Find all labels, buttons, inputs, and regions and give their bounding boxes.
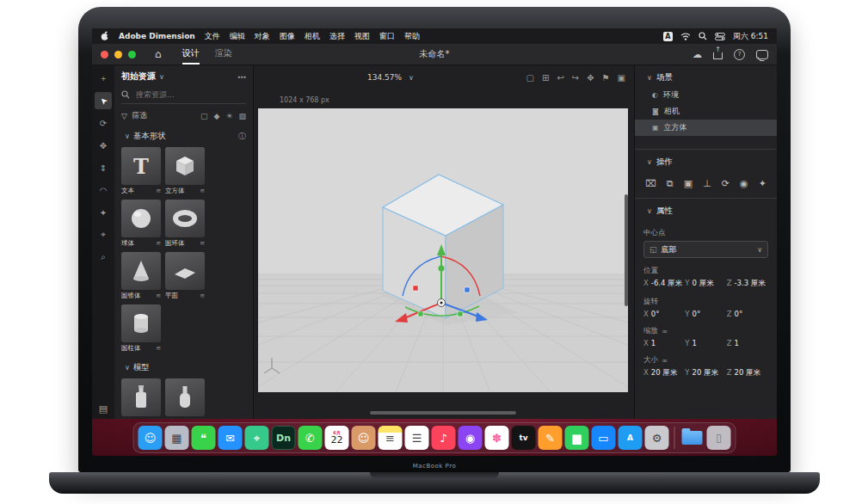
library-toggle-icon[interactable]: ▤ (99, 403, 108, 415)
visibility-icon[interactable]: ◉ (740, 178, 748, 189)
section-basic-shapes[interactable]: ∨ 基本形状 ⓘ (121, 131, 246, 142)
dock-icon-dimension[interactable]: Dn (272, 426, 296, 450)
duplicate-icon[interactable]: ⧉ (667, 178, 674, 189)
scene-item-cube[interactable]: ▣ 立方体 (635, 120, 777, 136)
dock-icon-contacts[interactable]: ☺ (352, 426, 376, 450)
comments-icon[interactable] (756, 50, 768, 59)
select-tool[interactable]: ➤ (95, 92, 112, 109)
home-icon[interactable]: ⌂ (155, 49, 162, 59)
more-options-icon[interactable]: ⋯ (237, 72, 246, 82)
viewport[interactable] (258, 108, 628, 392)
fullscreen-button[interactable] (128, 51, 136, 58)
actions-section-header[interactable]: ∨ 操作 (635, 150, 777, 171)
rotation-y-field[interactable]: 0° (693, 310, 701, 318)
dock-icon-finder[interactable]: ☺ (139, 426, 163, 450)
position-z-field[interactable]: -3.3 厘米 (734, 279, 765, 289)
scene-item-camera[interactable]: ◙ 相机 (635, 103, 777, 120)
dock-icon-notes[interactable]: ≡ (379, 426, 403, 450)
dock-icon-music[interactable]: ♪ (432, 426, 456, 450)
rotate-icon[interactable]: ⟳ (722, 178, 729, 189)
asset-card-square-bottle[interactable]: 方瓶≋ (121, 378, 161, 420)
materials-filter-icon[interactable]: ◆ (213, 112, 219, 120)
apple-logo-icon[interactable] (101, 31, 109, 41)
asset-card-round-bottle[interactable]: 圆瓶≋ (165, 378, 205, 420)
menu-item-image[interactable]: 图像 (280, 31, 295, 42)
dock-icon-keynote[interactable]: ▭ (592, 426, 616, 450)
dock-icon-pages[interactable]: ✎ (539, 426, 563, 450)
scene-item-environment[interactable]: ◐ 环境 (635, 87, 777, 103)
size-y-field[interactable]: 20 厘米 (693, 368, 719, 378)
cloud-sync-icon[interactable]: ☁ (693, 49, 702, 60)
tab-render[interactable]: 渲染 (215, 44, 232, 65)
filter-label[interactable]: 筛选 (132, 110, 147, 121)
link-icon[interactable]: ∞ (662, 327, 668, 335)
menu-item-file[interactable]: 文件 (205, 31, 220, 42)
pan-tool[interactable]: ✥ (95, 137, 112, 154)
dock-icon-facetime[interactable]: ✆ (299, 426, 323, 450)
filter-icon[interactable]: ▽ (121, 112, 127, 120)
vertical-scrollbar[interactable] (625, 194, 628, 306)
zoom-tool[interactable]: ⌕ (95, 249, 112, 266)
dock-icon-launchpad[interactable]: ▦ (165, 426, 189, 450)
render-preview-icon[interactable]: ▣ (618, 73, 625, 83)
gizmo-plane-handle[interactable] (465, 287, 470, 292)
help-icon[interactable]: ? (734, 49, 745, 60)
size-x-field[interactable]: 20 厘米 (651, 368, 678, 378)
lights-filter-icon[interactable]: ☀ (225, 112, 232, 120)
info-icon[interactable]: ⓘ (238, 131, 246, 142)
menu-item-help[interactable]: 帮助 (404, 31, 420, 42)
orbit-tool[interactable]: ⟳ (95, 114, 112, 132)
link-icon[interactable]: ∞ (662, 356, 668, 365)
magic-icon[interactable]: ✦ (759, 178, 766, 189)
rotation-z-field[interactable]: 0° (734, 310, 742, 318)
section-models[interactable]: ∨ 模型 (121, 362, 246, 373)
dock-icon-folder[interactable] (680, 426, 705, 450)
horizontal-scrollbar[interactable] (370, 411, 516, 415)
tab-design[interactable]: 设计 (182, 44, 200, 65)
dock-icon-tv[interactable]: tv (512, 426, 536, 450)
position-x-field[interactable]: -6.4 厘米 (651, 279, 682, 289)
dock-icon-trash[interactable]: ▯ (707, 426, 731, 450)
undo-icon[interactable]: ↩ (557, 73, 563, 83)
menu-item-select[interactable]: 选择 (329, 31, 345, 42)
size-z-field[interactable]: 20 厘米 (734, 368, 760, 378)
dock-icon-reminders[interactable]: ☰ (405, 426, 429, 450)
pan-view-icon[interactable]: ✥ (587, 73, 594, 83)
dolly-tool[interactable]: ⇕ (95, 159, 112, 176)
spotlight-search-icon[interactable] (699, 32, 707, 40)
dock-icon-mail[interactable]: ✉ (219, 426, 243, 450)
gizmo-plane-handle[interactable] (418, 311, 423, 317)
scale-y-field[interactable]: 1 (693, 339, 697, 347)
images-filter-icon[interactable]: ▨ (238, 112, 246, 120)
dock-icon-messages[interactable]: ❝ (192, 426, 216, 450)
gizmo-plane-handle[interactable] (458, 311, 463, 317)
magic-wand-tool[interactable]: ✦ (95, 204, 112, 221)
dock-icon-settings[interactable]: ⚙ (645, 426, 669, 450)
pivot-select[interactable]: ◱ 底部 ∨ (643, 241, 768, 258)
input-source-icon[interactable]: A (663, 32, 673, 41)
asset-card-plane[interactable]: 平面≋ (165, 252, 205, 300)
dock-icon-podcasts[interactable]: ◉ (459, 426, 483, 450)
sampler-tool[interactable]: ⌖ (95, 226, 112, 243)
image-icon[interactable]: ▣ (684, 178, 693, 189)
snap-icon[interactable]: ▢ (526, 73, 534, 83)
menu-item-window[interactable]: 窗口 (379, 31, 395, 42)
asset-card-text[interactable]: T 文本≋ (121, 147, 161, 195)
assets-panel-header[interactable]: 初始资源 ∨ ⋯ (121, 71, 246, 83)
gizmo-plane-handle[interactable] (413, 286, 418, 291)
scale-z-field[interactable]: 1 (734, 339, 738, 347)
redo-icon[interactable]: ↪ (572, 73, 579, 83)
zoom-control[interactable]: 134.57% ∨ (367, 73, 414, 82)
search-input[interactable] (134, 89, 241, 100)
asset-card-cylinder[interactable]: 圆柱体≋ (121, 304, 161, 353)
camera-bookmark-icon[interactable]: ⚑ (602, 73, 610, 83)
dock-icon-calendar[interactable]: 6月22 (325, 426, 349, 450)
dock-icon-maps[interactable]: ⌖ (245, 426, 269, 450)
rotation-x-field[interactable]: 0° (651, 310, 660, 318)
scale-x-field[interactable]: 1 (651, 339, 656, 347)
asset-card-cube[interactable]: 立方体≋ (165, 147, 205, 195)
menu-app-name[interactable]: Adobe Dimension (119, 32, 195, 40)
horizon-tool[interactable]: ◠ (95, 181, 112, 199)
menu-item-camera[interactable]: 相机 (305, 31, 320, 42)
minimize-button[interactable] (114, 51, 122, 58)
